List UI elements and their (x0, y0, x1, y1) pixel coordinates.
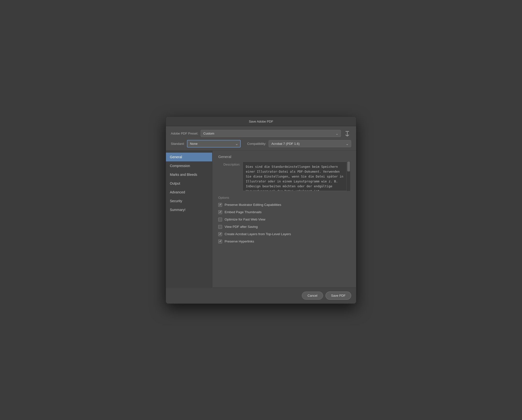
footer: Cancel Save PDF (166, 287, 356, 304)
checkbox-embed-thumbnails[interactable] (218, 210, 222, 214)
title-bar: Save Adobe PDF (166, 117, 356, 126)
compatibility-select-wrapper: Acrobat 7 (PDF 1.6) (269, 140, 351, 147)
checkbox-preserve-hyperlinks[interactable] (218, 240, 222, 243)
description-area-wrapper: Dies sind die Standardeinstellungen beim… (243, 162, 350, 191)
sidebar-item-output[interactable]: Output (166, 179, 212, 188)
cancel-button[interactable]: Cancel (302, 292, 323, 300)
standard-row: Standard: None Compatibility: Acrobat 7 … (166, 140, 356, 150)
section-title: General (218, 155, 350, 159)
checkbox-view-after-saving[interactable] (218, 225, 222, 229)
preset-row: Adobe PDF Preset: Custom (166, 126, 356, 140)
dialog-title: Save Adobe PDF (249, 120, 273, 123)
checkbox-preserve-illustrator[interactable] (218, 203, 222, 207)
option-row-preserve-illustrator: Preserve Illustrator Editing Capabilitie… (218, 203, 350, 207)
sidebar: General Compression Marks and Bleeds Out… (166, 151, 212, 287)
sidebar-item-advanced[interactable]: Advanced (166, 188, 212, 197)
description-scrollbar[interactable] (347, 162, 350, 191)
preset-label: Adobe PDF Preset: (171, 132, 198, 135)
sidebar-item-security[interactable]: Security (166, 197, 212, 205)
save-pdf-dialog: Save Adobe PDF Adobe PDF Preset: Custom … (166, 116, 356, 304)
save-preset-icon[interactable] (343, 130, 351, 137)
option-label-view-after-saving: View PDF after Saving (225, 225, 258, 229)
option-row-view-after-saving: View PDF after Saving (218, 225, 350, 229)
preset-select[interactable]: Custom (201, 130, 341, 137)
option-label-optimize-web: Optimize for Fast Web View (225, 218, 265, 221)
description-row: Description: Dies sind die Standardeinst… (218, 162, 350, 191)
sidebar-item-compression[interactable]: Compression (166, 161, 212, 170)
standard-label: Standard: (171, 142, 185, 146)
option-row-optimize-web: Optimize for Fast Web View (218, 218, 350, 221)
sidebar-item-summary[interactable]: Summary! (166, 205, 212, 214)
option-label-preserve-hyperlinks: Preserve Hyperlinks (225, 240, 254, 243)
description-label: Description: (218, 162, 240, 166)
option-row-preserve-hyperlinks: Preserve Hyperlinks (218, 240, 350, 243)
option-row-embed-thumbnails: Embed Page Thumbnails (218, 210, 350, 214)
option-label-create-layers: Create Acrobat Layers from Top-Level Lay… (225, 232, 291, 236)
option-label-preserve-illustrator: Preserve Illustrator Editing Capabilitie… (225, 203, 281, 207)
description-scrollbar-thumb (347, 162, 350, 171)
standard-select[interactable]: None (187, 140, 241, 147)
checkbox-optimize-web[interactable] (218, 218, 222, 221)
sidebar-item-general[interactable]: General (166, 153, 212, 161)
content-area: General Description: Dies sind die Stand… (212, 151, 356, 287)
sidebar-item-marks-and-bleeds[interactable]: Marks and Bleeds (166, 170, 212, 179)
save-pdf-button[interactable]: Save PDF (326, 292, 351, 300)
compatibility-label: Compatibility: (247, 142, 266, 146)
standard-select-wrapper: None (187, 140, 241, 147)
main-content: General Compression Marks and Bleeds Out… (166, 150, 356, 287)
checkbox-create-layers[interactable] (218, 232, 222, 236)
options-title: Options (218, 196, 350, 200)
description-textarea[interactable]: Dies sind die Standardeinstellungen beim… (243, 162, 347, 191)
option-row-create-layers: Create Acrobat Layers from Top-Level Lay… (218, 232, 350, 236)
preset-select-wrapper: Custom (201, 130, 341, 137)
compatibility-select[interactable]: Acrobat 7 (PDF 1.6) (269, 140, 351, 147)
option-label-embed-thumbnails: Embed Page Thumbnails (225, 210, 261, 214)
